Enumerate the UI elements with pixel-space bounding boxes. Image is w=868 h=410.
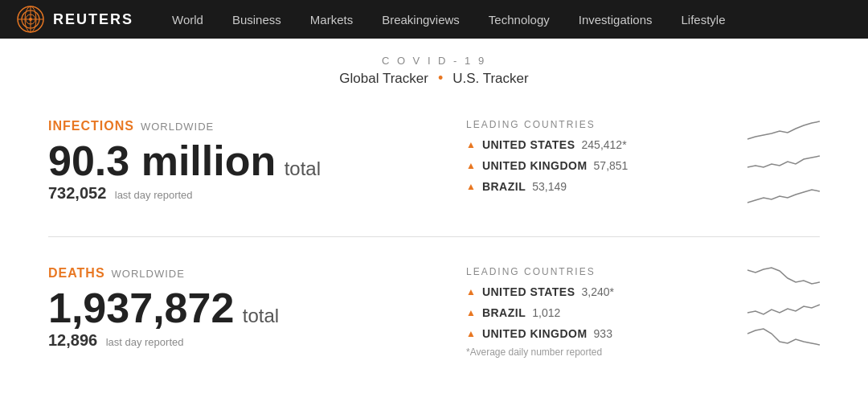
logo-area[interactable]: REUTERS — [16, 5, 133, 34]
infections-title-rest: WORLDWIDE — [141, 121, 214, 133]
country-name: UNITED KINGDOM — [482, 159, 588, 172]
infections-title-line: INFECTIONS WORLDWIDE — [48, 119, 434, 133]
us-tracker-link[interactable]: U.S. Tracker — [452, 71, 528, 87]
infections-sub-label: last day reported — [115, 189, 193, 201]
table-row: ▲ UNITED STATES 245,412* — [466, 138, 731, 151]
sparkline-uk-deaths — [747, 327, 820, 351]
deaths-right: LEADING COUNTRIES ▲ UNITED STATES 3,240*… — [434, 266, 731, 358]
deaths-country-rows: ▲ UNITED STATES 3,240* ▲ BRAZIL 1,012 ▲ … — [466, 285, 731, 340]
sparkline-brazil-deaths — [747, 297, 820, 321]
navbar: REUTERS World Business Markets Breakingv… — [0, 0, 868, 39]
deaths-section: DEATHS WORLDWIDE 1,937,872 total 12,896 … — [48, 253, 820, 374]
deaths-big-suffix: total — [243, 305, 279, 326]
nav-investigations[interactable]: Investigations — [564, 0, 667, 39]
global-tracker-link[interactable]: Global Tracker — [339, 71, 428, 87]
covid-header: C O V I D - 1 9 Global Tracker • U.S. Tr… — [48, 55, 820, 87]
data-sections: INFECTIONS WORLDWIDE 90.3 million total … — [48, 106, 820, 374]
infections-big-suffix: total — [285, 158, 321, 179]
nav-business[interactable]: Business — [218, 0, 296, 39]
infections-sparklines — [747, 119, 820, 204]
nav-lifestyle[interactable]: Lifestyle — [666, 0, 739, 39]
tracker-dot: • — [438, 70, 443, 87]
infections-title-accent: INFECTIONS — [48, 119, 134, 133]
nav-markets[interactable]: Markets — [296, 0, 367, 39]
deaths-title-line: DEATHS WORLDWIDE — [48, 266, 434, 281]
infections-right: LEADING COUNTRIES ▲ UNITED STATES 245,41… — [434, 119, 731, 193]
country-count: 3,240* — [582, 285, 614, 298]
arrow-up-icon: ▲ — [466, 140, 476, 150]
country-count: 1,012 — [532, 306, 560, 319]
infections-leading-label: LEADING COUNTRIES — [466, 119, 731, 130]
infections-section: INFECTIONS WORLDWIDE 90.3 million total … — [48, 106, 820, 220]
table-row: ▲ UNITED STATES 3,240* — [466, 285, 731, 298]
country-name: UNITED STATES — [482, 285, 575, 298]
table-row: ▲ UNITED KINGDOM 57,851 — [466, 159, 731, 172]
deaths-sparklines — [747, 266, 820, 351]
sparkline-us-infections — [747, 119, 820, 143]
deaths-title-rest: WORLDWIDE — [112, 268, 185, 280]
country-count: 933 — [594, 327, 612, 340]
arrow-up-icon: ▲ — [466, 161, 476, 170]
sparkline-uk-infections — [747, 150, 820, 174]
country-name: BRAZIL — [482, 306, 526, 319]
arrow-up-icon: ▲ — [466, 308, 476, 318]
deaths-title-accent: DEATHS — [48, 266, 105, 281]
nav-technology[interactable]: Technology — [474, 0, 564, 39]
country-name: BRAZIL — [482, 180, 526, 193]
infections-big-number-row: 90.3 million total — [48, 138, 434, 184]
nav-breakingviews[interactable]: Breakingviews — [367, 0, 474, 39]
arrow-up-icon: ▲ — [466, 182, 476, 191]
infections-big-number: 90.3 million — [48, 137, 276, 184]
table-row: ▲ BRAZIL 53,149 — [466, 180, 731, 193]
deaths-sub-row: 12,896 last day reported — [48, 331, 434, 350]
tracker-links: Global Tracker • U.S. Tracker — [48, 70, 820, 87]
main-content: C O V I D - 1 9 Global Tracker • U.S. Tr… — [0, 39, 868, 390]
sparkline-brazil-infections — [747, 180, 820, 204]
country-count: 53,149 — [532, 180, 567, 193]
covid-label: C O V I D - 1 9 — [48, 55, 820, 67]
country-count: 57,851 — [594, 159, 628, 172]
section-divider — [48, 236, 820, 237]
table-row: ▲ UNITED KINGDOM 933 — [466, 327, 731, 340]
deaths-leading-label: LEADING COUNTRIES — [466, 266, 731, 277]
deaths-big-number-row: 1,937,872 total — [48, 285, 434, 331]
deaths-sub-number: 12,896 — [48, 331, 97, 349]
nav-links: World Business Markets Breakingviews Tec… — [158, 0, 852, 39]
country-name: UNITED KINGDOM — [482, 327, 588, 340]
arrow-up-icon: ▲ — [466, 287, 476, 297]
sparkline-us-deaths — [747, 266, 820, 290]
infections-sub-row: 732,052 last day reported — [48, 184, 434, 203]
deaths-sub-label: last day reported — [106, 336, 184, 348]
country-name: UNITED STATES — [482, 138, 575, 151]
reuters-globe-icon — [16, 5, 45, 34]
footnote: *Average daily number reported — [466, 346, 731, 358]
infections-left: INFECTIONS WORLDWIDE 90.3 million total … — [48, 119, 434, 203]
nav-world[interactable]: World — [158, 0, 218, 39]
deaths-left: DEATHS WORLDWIDE 1,937,872 total 12,896 … — [48, 266, 434, 350]
arrow-up-icon: ▲ — [466, 329, 476, 338]
country-count: 245,412* — [582, 138, 627, 151]
infections-country-rows: ▲ UNITED STATES 245,412* ▲ UNITED KINGDO… — [466, 138, 731, 193]
infections-sub-number: 732,052 — [48, 184, 106, 202]
table-row: ▲ BRAZIL 1,012 — [466, 306, 731, 319]
deaths-big-number: 1,937,872 — [48, 285, 234, 331]
reuters-wordmark: REUTERS — [53, 11, 133, 28]
